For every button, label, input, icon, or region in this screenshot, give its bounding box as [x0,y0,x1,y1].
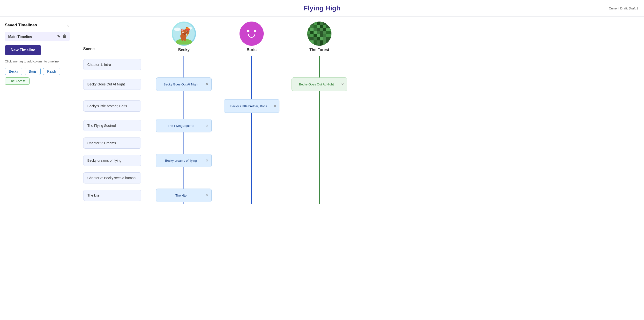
svg-rect-55 [326,34,332,37]
boris-eyes [247,30,256,32]
forest-cell-squirrel [286,117,353,134]
svg-point-11 [183,33,184,34]
svg-rect-41 [326,28,332,31]
forest-cell-kite [286,187,353,204]
svg-rect-60 [320,37,323,41]
svg-rect-49 [307,34,310,37]
new-timeline-button[interactable]: New Timeline [5,45,41,55]
tag-forest[interactable]: The Forest [5,78,30,85]
boris-eye-left [247,30,250,32]
delete-icon[interactable]: 🗑 [63,34,66,39]
svg-rect-59 [317,37,320,41]
svg-rect-28 [307,25,310,28]
forest-vline [319,152,320,169]
scene-cell-chapter2: Chapter 2: Dreams [82,134,150,152]
saved-timelines-label: Saved Timelines [5,23,37,28]
boris-eye-right [254,30,256,32]
boris-mouth [248,34,255,38]
svg-rect-64 [310,41,314,46]
svg-rect-63 [307,41,310,46]
becky-cell-dreams: Becky dreams of flying ✕ [150,152,218,169]
svg-rect-54 [323,34,326,37]
svg-rect-27 [326,22,332,25]
chevron-down-icon[interactable]: ⌄ [66,23,70,28]
event-card-close-squirrel[interactable]: ✕ [205,123,210,128]
event-card-close-kite[interactable]: ✕ [205,193,210,198]
sidebar: Saved Timelines ⌄ Main Timeline ✎ 🗑 New … [0,17,75,320]
event-text: Becky Goes Out At Night [299,83,334,86]
svg-rect-46 [320,31,323,34]
becky-cell-chapter3 [150,169,218,187]
scene-label-chapter3: Chapter 3: Becky sees a human [83,172,141,183]
col-header-forest: The Forest [286,22,353,56]
svg-point-10 [183,32,184,33]
scene-cell-kite: The kite [82,187,150,204]
tag-ralph[interactable]: Ralph [43,68,60,75]
table-row: Becky dreams of flying Becky dreams of f… [82,152,637,169]
table-row: Chapter 3: Becky sees a human [82,169,637,187]
svg-rect-37 [314,28,317,31]
main-layout: Saved Timelines ⌄ Main Timeline ✎ 🗑 New … [0,17,644,320]
svg-rect-36 [310,28,314,31]
boris-vline [251,73,252,95]
svg-rect-45 [317,31,320,34]
forest-avatar-svg [307,22,332,46]
svg-rect-39 [320,28,323,31]
event-card-close-becky-night[interactable]: ✕ [205,82,210,87]
event-card-close-boris-intro[interactable]: ✕ [272,104,277,108]
svg-rect-29 [310,25,314,28]
becky-cell-chapter1 [150,56,218,73]
data-rows: Chapter 1: Intro Becky Goes Out A [82,56,637,204]
event-card-close-forest-night[interactable]: ✕ [340,82,345,87]
boris-vline [251,134,252,152]
forest-vline [319,187,320,204]
avatar-boris [240,22,264,46]
becky-vline [184,169,184,187]
tag-boris[interactable]: Boris [25,68,41,75]
col-header-scene: Scene [82,22,150,56]
svg-rect-65 [314,41,317,46]
header-row: Scene [82,22,637,56]
forest-cell-chapter1 [286,56,353,73]
table-row: The kite The kite ✕ [82,187,637,204]
svg-rect-26 [323,22,326,25]
scene-cell-becky-night: Becky Goes Out At Night [82,73,150,95]
svg-point-18 [184,38,186,41]
svg-rect-66 [317,41,320,46]
svg-rect-67 [320,41,323,46]
svg-rect-51 [314,34,317,37]
becky-cell-chapter2 [150,134,218,152]
boris-cell-chapter1 [218,56,286,73]
col-header-becky: Becky [150,22,218,56]
event-card-close-dreams[interactable]: ✕ [205,158,210,163]
main-timeline-item: Main Timeline ✎ 🗑 [5,32,70,41]
svg-rect-53 [320,34,323,37]
svg-rect-44 [314,31,317,34]
becky-squirrel-svg [173,23,195,45]
boris-cell-boris-intro: Becky's little brother, Boris ✕ [218,95,286,117]
svg-point-7 [182,29,183,31]
tag-becky[interactable]: Becky [5,68,22,75]
svg-rect-58 [314,37,317,41]
event-text: Becky's little brother, Boris [230,104,267,108]
svg-rect-21 [307,22,310,25]
edit-icon[interactable]: ✎ [57,34,60,39]
forest-cell-chapter2 [286,134,353,152]
event-text: Becky dreams of flying [165,159,197,162]
forest-cell-boris-intro [286,95,353,117]
boris-vline [251,187,252,204]
forest-name: The Forest [310,48,329,52]
event-card-becky-night: Becky Goes Out At Night ✕ [156,78,212,91]
svg-rect-69 [326,41,332,46]
svg-rect-68 [323,41,326,46]
becky-cell-kite: The kite ✕ [150,187,218,204]
event-card-boris-intro: Becky's little brother, Boris ✕ [224,99,280,113]
svg-rect-40 [323,28,326,31]
boris-cell-chapter2 [218,134,286,152]
scene-cell-dreams: Becky dreams of flying [82,152,150,169]
draft-label: Current Draft: Draft 1 [609,7,638,10]
boris-cell-kite [218,187,286,204]
becky-vline [184,56,184,73]
boris-cell-dreams [218,152,286,169]
boris-vline [251,169,252,187]
